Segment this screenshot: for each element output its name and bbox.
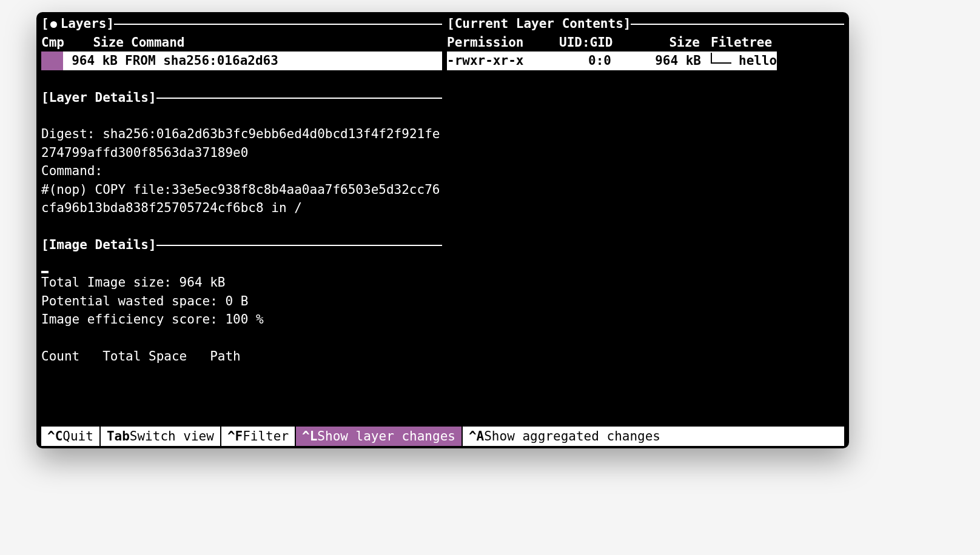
- layer-row[interactable]: 964 kB FROM sha256:016a2d63: [41, 52, 442, 70]
- layer-command: FROM sha256:016a2d63: [124, 52, 442, 70]
- key-ctrl-a: ^A: [469, 427, 484, 446]
- footer-layerchanges-label: Show layer changes: [317, 427, 455, 446]
- digest-value: sha256:016a2d63b3fc9ebb6ed4d0bcd13f4f2f9…: [41, 127, 440, 160]
- footer-quit[interactable]: ^C Quit: [41, 427, 101, 446]
- col-size: Size: [70, 33, 131, 52]
- file-treecell: hello: [711, 52, 777, 70]
- footer-show-aggregated-changes[interactable]: ^A Show aggregated changes: [463, 427, 844, 446]
- image-details-title: [Image Details]: [41, 236, 442, 254]
- keybinding-footer: ^C Quit Tab Switch view ^F Filter ^L Sho…: [41, 427, 844, 446]
- col-command: Command: [131, 33, 442, 52]
- cursor-line: [41, 254, 442, 273]
- contents-title-text: Current Layer Contents: [455, 16, 623, 31]
- col-uidgid: UID:GID: [559, 33, 632, 52]
- footer-filter[interactable]: ^F Filter: [221, 427, 296, 446]
- wasted-label: Potential wasted space:: [41, 294, 218, 308]
- col-filesize: Size: [632, 33, 711, 52]
- wasted-line: Potential wasted space: 0 B: [41, 292, 442, 311]
- layers-title-text: Layers: [61, 16, 107, 31]
- filetree-columns-header: Permission UID:GID Size Filetree: [447, 33, 844, 52]
- digest-line: Digest: sha256:016a2d63b3fc9ebb6ed4d0bcd…: [41, 125, 442, 162]
- key-ctrl-c: ^C: [47, 427, 62, 446]
- total-size-label: Total Image size:: [41, 275, 172, 290]
- file-uidgid: 0:0: [559, 52, 632, 70]
- image-details-panel: [Image Details] Total Image size: 964 kB…: [41, 236, 442, 366]
- layer-size: 964 kB: [63, 52, 124, 70]
- layers-panel-title: [Layers]: [41, 15, 442, 33]
- right-pane: [Current Layer Contents] Permission UID:…: [445, 15, 844, 427]
- cmp-indicator-icon: [41, 52, 63, 70]
- rule-line: [114, 24, 442, 25]
- footer-quit-label: Quit: [62, 427, 93, 446]
- footer-switch-view[interactable]: Tab Switch view: [101, 427, 221, 446]
- footer-aggregated-label: Show aggregated changes: [484, 427, 660, 446]
- terminal-window: [Layers] Cmp Size Command 964 kB FROM sh…: [36, 12, 849, 448]
- footer-filter-label: Filter: [243, 427, 289, 446]
- filetree-row[interactable]: -rwxr-xr-x 0:0 964 kB hello: [447, 52, 777, 70]
- efficiency-value: 100 %: [225, 312, 263, 327]
- active-panel-indicator-icon: [50, 21, 57, 28]
- col-count: Count: [41, 349, 79, 364]
- layer-details-title: [Layer Details]: [41, 88, 442, 107]
- command-value-line: #(nop) COPY file:33e5ec938f8c8b4aa0aa7f6…: [41, 181, 442, 218]
- total-size-line: Total Image size: 964 kB: [41, 273, 442, 292]
- layer-row-selected: 964 kB FROM sha256:016a2d63: [63, 52, 442, 70]
- key-ctrl-f: ^F: [227, 427, 243, 446]
- file-name: hello: [739, 52, 777, 70]
- filetree-row-wrap: -rwxr-xr-x 0:0 964 kB hello: [447, 52, 844, 70]
- key-ctrl-l: ^L: [302, 427, 317, 446]
- layer-details-panel: [Layer Details] Digest: sha256:016a2d63b…: [41, 88, 442, 218]
- rule-line: [156, 98, 442, 99]
- file-permission: -rwxr-xr-x: [447, 52, 559, 70]
- tree-branch-icon: [711, 53, 731, 64]
- col-cmp: Cmp: [41, 33, 70, 52]
- footer-show-layer-changes[interactable]: ^L Show layer changes: [296, 427, 463, 446]
- command-label-line: Command:: [41, 162, 442, 181]
- file-size: 964 kB: [632, 52, 711, 70]
- efficiency-label: Image efficiency score:: [41, 312, 218, 327]
- rule-line: [631, 24, 844, 25]
- col-path: Path: [210, 349, 241, 364]
- col-filetree: Filetree: [711, 33, 844, 52]
- layer-details-title-text: Layer Details: [49, 90, 149, 105]
- rule-line: [156, 245, 442, 246]
- image-details-title-text: Image Details: [49, 238, 149, 252]
- total-size-value: 964 kB: [180, 275, 226, 290]
- col-permission: Permission: [447, 33, 559, 52]
- left-pane: [Layers] Cmp Size Command 964 kB FROM sh…: [41, 15, 445, 427]
- key-tab: Tab: [107, 427, 130, 446]
- contents-panel-title: [Current Layer Contents]: [447, 15, 844, 33]
- wasted-table-header: Count Total Space Path: [41, 347, 442, 366]
- efficiency-line: Image efficiency score: 100 %: [41, 310, 442, 329]
- digest-label: Digest:: [41, 127, 95, 141]
- layers-columns-header: Cmp Size Command: [41, 33, 442, 52]
- main-columns: [Layers] Cmp Size Command 964 kB FROM sh…: [41, 15, 844, 427]
- footer-switch-label: Switch view: [130, 427, 214, 446]
- wasted-value: 0 B: [225, 294, 248, 308]
- col-total-space: Total Space: [102, 349, 187, 364]
